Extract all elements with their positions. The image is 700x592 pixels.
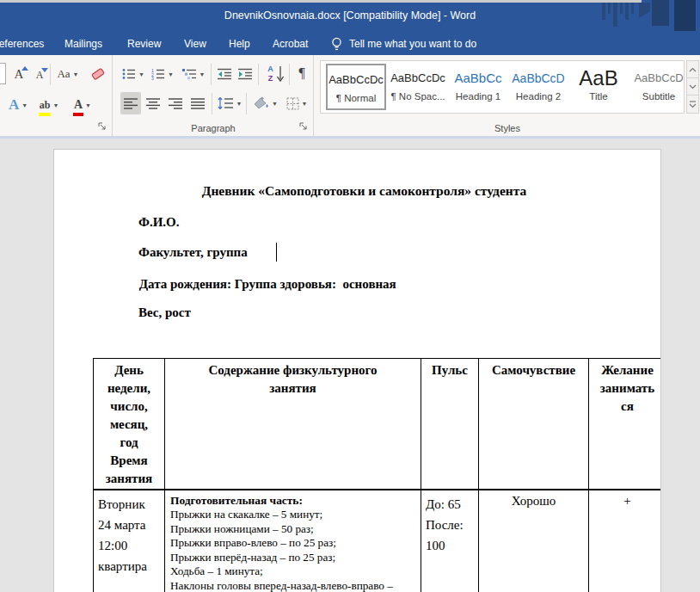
separator: [212, 93, 212, 114]
justify-button[interactable]: [187, 92, 208, 114]
style-normal[interactable]: AaBbCcDc ¶ Normal: [326, 64, 386, 110]
table-header-row: День недели, число, месяц, год Время зан…: [94, 359, 662, 490]
paragraph-dialog-launcher[interactable]: [298, 121, 309, 132]
text-effects-button[interactable]: A▼: [5, 93, 31, 117]
show-paragraph-marks-button[interactable]: ¶: [292, 62, 311, 84]
table-data-row: Вторник 24 марта 12:00 квартира Подготов…: [94, 490, 662, 592]
dropdown-arrow-icon: ▼: [52, 102, 58, 108]
font-size-box-fragment[interactable]: [0, 63, 6, 84]
highlight-color-button[interactable]: ab▼: [34, 93, 64, 117]
sort-button[interactable]: A Z: [262, 63, 286, 85]
tab-references[interactable]: References: [0, 33, 44, 55]
diary-table: День недели, число, месяц, год Время зан…: [93, 358, 661, 592]
align-right-button[interactable]: [165, 92, 186, 114]
paragraph-group: ▼ 123 ▼ ▼ A Z: [114, 55, 314, 136]
grow-font-arrow-icon: [21, 66, 28, 71]
titlebar-decoration-bar: [613, 3, 617, 27]
titlebar-decoration-bar: [620, 3, 623, 14]
doc-line-faculty: Факультет, группа: [138, 245, 248, 260]
tell-me-box[interactable]: Tell me what you want to do: [349, 33, 476, 55]
tab-view[interactable]: View: [184, 33, 206, 55]
document-page[interactable]: Дневник «Самоподготовки и самоконтроля» …: [53, 149, 661, 592]
align-center-button[interactable]: [143, 92, 163, 114]
style-heading-1[interactable]: AaBbCc Heading 1: [448, 64, 508, 110]
style-preview: AaBbCcD: [629, 64, 685, 91]
separator: [50, 64, 51, 85]
top-strip: [0, 0, 642, 3]
header-cell-content[interactable]: Содержание физкультурного занятия: [165, 359, 421, 490]
line-spacing-button[interactable]: ▼: [216, 92, 243, 114]
dropdown-arrow-icon: ▼: [236, 101, 243, 107]
clear-formatting-button[interactable]: [88, 62, 108, 86]
separator: [246, 93, 247, 114]
style-name: ¶ Normal: [328, 93, 384, 103]
style-preview: AaB: [568, 64, 629, 91]
dropdown-arrow-icon: ▼: [21, 102, 28, 108]
paragraph-group-label: Paragraph: [114, 123, 313, 133]
bullets-button[interactable]: ▼: [120, 64, 146, 84]
decrease-indent-button[interactable]: [215, 64, 234, 84]
grow-font-button[interactable]: A: [9, 63, 28, 85]
window-title: DnevnikOsnovnaia.docx [Compatibility Mod…: [0, 9, 700, 22]
change-case-glyph: Aa: [57, 67, 70, 81]
ribbon-tab-bar: References Mailings Review View Help Acr…: [0, 33, 700, 55]
pilcrow-icon: ¶: [298, 65, 304, 81]
eraser-icon: [91, 68, 105, 81]
doc-line-birthdate: Дата рождения: Группа здоровья: основная: [136, 277, 396, 292]
titlebar-decoration-block: [674, 0, 696, 31]
highlight-icon: ab: [40, 99, 51, 112]
tab-help[interactable]: Help: [229, 33, 250, 55]
style-preview: AaBbCcD: [508, 64, 568, 91]
font-color-button[interactable]: A▼: [69, 93, 96, 117]
titlebar-decoration-bar: [625, 3, 629, 20]
cell-activity[interactable]: Подготовительная часть: Прыжки на скакал…: [165, 490, 421, 592]
titlebar-decoration-bar: [608, 3, 611, 14]
gallery-scroll-down-button[interactable]: [686, 77, 699, 96]
align-left-button[interactable]: [120, 92, 141, 114]
styles-group-label: Styles: [315, 123, 700, 133]
style-no-spacing[interactable]: AaBbCcDc ¶ No Spac...: [388, 64, 448, 110]
separator: [289, 64, 290, 85]
style-name: Title: [568, 91, 629, 102]
separator: [211, 64, 212, 85]
ribbon: A A Aa▼ A▼ ab▼ A▼: [0, 55, 700, 136]
style-heading-2[interactable]: AaBbCcD Heading 2: [508, 64, 568, 110]
shrink-font-arrow-icon: [41, 68, 48, 72]
header-cell-pulse[interactable]: Пульс: [421, 359, 479, 490]
cell-day[interactable]: Вторник 24 марта 12:00 квартира: [94, 490, 165, 592]
shrink-font-button[interactable]: A: [31, 65, 48, 85]
tab-mailings[interactable]: Mailings: [64, 33, 102, 55]
tab-acrobat[interactable]: Acrobat: [273, 33, 308, 55]
dropdown-arrow-icon: ▼: [73, 71, 79, 77]
sort-az-icon: A Z: [266, 65, 276, 83]
increase-indent-button[interactable]: [236, 64, 255, 84]
style-name: ¶ No Spac...: [388, 91, 448, 102]
shading-button[interactable]: ▼: [249, 92, 280, 114]
style-title[interactable]: AaB Title: [568, 64, 629, 110]
lightbulb-icon: [331, 37, 342, 52]
change-case-button[interactable]: Aa▼: [53, 63, 83, 85]
styles-gallery: AaBbCcDc ¶ Normal AaBbCcDc ¶ No Spac... …: [320, 60, 685, 114]
gallery-scroll-up-button[interactable]: [686, 60, 699, 78]
numbering-button[interactable]: 123 ▼: [150, 64, 175, 84]
cell-desire[interactable]: +: [589, 490, 662, 592]
font-dialog-launcher[interactable]: [97, 121, 107, 132]
text-cursor: [276, 243, 277, 262]
header-cell-day[interactable]: День недели, число, месяц, год Время зан…: [94, 359, 165, 490]
style-preview: AaBbCcDc: [328, 65, 384, 93]
tab-review[interactable]: Review: [127, 33, 161, 55]
header-cell-feeling[interactable]: Самочувствие: [479, 359, 589, 490]
cell-feeling[interactable]: Хорошо: [479, 490, 589, 592]
doc-line-weight: Вес, рост: [138, 305, 191, 320]
header-cell-desire[interactable]: Желание занимать ся: [589, 359, 662, 490]
style-subtitle[interactable]: AaBbCcD Subtitle: [629, 64, 685, 110]
borders-button[interactable]: ▼: [282, 92, 311, 114]
gallery-more-button[interactable]: [686, 95, 699, 114]
style-name: Heading 2: [508, 91, 568, 102]
dropdown-arrow-icon: ▼: [272, 101, 278, 107]
cell-pulse[interactable]: До: 65 После: 100: [421, 490, 479, 592]
svg-text:3: 3: [151, 76, 154, 80]
multilevel-list-button[interactable]: ▼: [180, 64, 207, 84]
font-group: A A Aa▼ A▼ ab▼ A▼: [0, 55, 113, 136]
styles-group: AaBbCcDc ¶ Normal AaBbCcDc ¶ No Spac... …: [315, 55, 700, 136]
